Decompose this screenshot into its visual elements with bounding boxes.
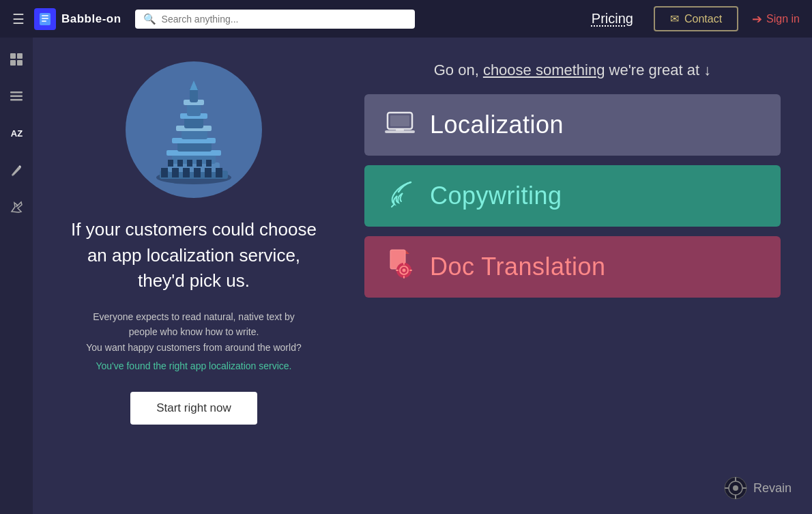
svg-point-52 [733,485,738,491]
svg-rect-33 [177,160,183,167]
svg-rect-48 [396,270,398,271]
signin-link[interactable]: ➔ Sign in [752,12,800,27]
svg-rect-46 [403,262,405,265]
laptop-icon [385,110,415,141]
tools-icon[interactable] [4,195,29,219]
logo-text: Babble-on [61,12,121,26]
signin-arrow-icon: ➔ [752,12,762,27]
svg-rect-38 [390,115,409,126]
svg-rect-19 [216,168,222,177]
service-card-doc-translation[interactable]: Doc Translation [364,236,781,298]
search-input[interactable] [162,14,407,25]
logo-icon [34,8,56,30]
svg-rect-1 [42,15,48,16]
choose-underline: choose something [483,61,605,78]
contact-label: Contact [684,13,722,25]
logo-area: Babble-on [34,8,121,30]
svg-rect-40 [396,129,404,131]
svg-rect-6 [10,60,16,66]
svg-rect-32 [168,160,173,167]
svg-rect-2 [42,18,48,19]
hero-logo-image [126,61,262,198]
svg-rect-17 [194,168,201,177]
choose-prompt: Go on, choose something we're great at ↓ [364,61,781,79]
svg-rect-10 [10,99,23,101]
main-wrapper: A Z [0,38,812,514]
svg-rect-5 [17,53,23,59]
search-icon: 🔍 [143,13,156,25]
hamburger-icon[interactable]: ☰ [12,11,25,27]
grid-icon[interactable] [4,47,29,72]
start-button[interactable]: Start right now [130,392,257,425]
contact-button[interactable]: ✉ Contact [654,6,738,31]
translate-icon[interactable]: A Z [4,121,29,145]
pen-icon[interactable] [4,158,29,182]
svg-rect-18 [205,168,212,177]
envelope-icon: ✉ [670,12,679,25]
center-content: If your customers could choose an app lo… [33,38,812,514]
svg-rect-47 [403,276,405,279]
service-localization-label: Localization [430,111,564,139]
hero-left: If your customers could choose an app lo… [64,61,323,425]
service-card-localization[interactable]: Localization [364,94,781,156]
hero-highlight: You've found the right app localization … [96,360,291,371]
service-copywriting-label: Copywriting [430,182,562,210]
svg-rect-8 [10,91,23,94]
svg-rect-9 [10,96,23,98]
nav-pricing[interactable]: Pricing [592,11,633,27]
revain-badge: Revain [723,476,792,500]
service-card-copywriting[interactable]: Copywriting [364,165,781,227]
hero-description: Everyone expects to read natural, native… [86,309,301,355]
feather-icon [385,178,415,214]
svg-rect-4 [10,53,16,59]
revain-label: Revain [753,481,792,496]
document-icon [385,248,415,286]
topnav: ☰ Babble-on 🔍 Pricing ✉ Contact ➔ Sign i… [0,0,812,38]
sidebar: A Z [0,38,33,514]
svg-rect-15 [172,168,179,177]
svg-rect-36 [206,160,212,167]
hero-headline: If your customers could choose an app lo… [64,217,323,294]
svg-rect-14 [161,168,168,177]
svg-rect-34 [187,160,192,167]
revain-icon [723,476,748,500]
svg-rect-35 [197,160,202,167]
svg-point-45 [403,268,406,272]
hero-right: Go on, choose something we're great at ↓… [364,61,781,425]
svg-rect-7 [17,60,23,66]
svg-rect-16 [183,168,190,177]
signin-label: Sign in [766,13,800,25]
svg-marker-31 [190,81,198,90]
svg-rect-3 [42,20,46,22]
hero-area: If your customers could choose an app lo… [64,61,781,425]
search-bar: 🔍 [135,10,415,29]
list-icon[interactable] [4,84,29,109]
service-doc-translation-label: Doc Translation [430,253,606,281]
svg-rect-49 [409,270,412,271]
